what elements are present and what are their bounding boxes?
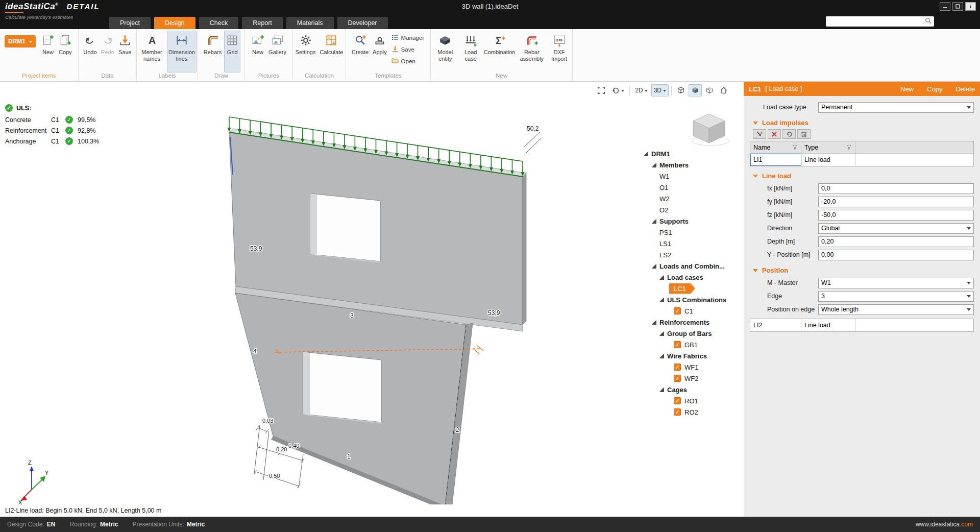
- tree-item-wf1[interactable]: WF1: [643, 361, 743, 373]
- new-picture-button[interactable]: New: [250, 31, 266, 72]
- checkbox-checked-icon[interactable]: [674, 364, 681, 371]
- edge-select[interactable]: 3: [818, 291, 974, 302]
- new-load-case-button[interactable]: New: [900, 85, 914, 93]
- checkbox-checked-icon[interactable]: [674, 341, 681, 348]
- expander-icon[interactable]: [652, 163, 656, 167]
- impulse-row-li1[interactable]: LI1 Line load: [750, 154, 973, 166]
- expander-icon[interactable]: [659, 388, 664, 392]
- website-link[interactable]: www.ideastatica.com: [916, 521, 973, 528]
- 3d-model[interactable]: 50,2 53,9 53,9 3 4 2 1 0,03 0,20 0,40 0,…: [0, 82, 744, 517]
- app-info-button[interactable]: [965, 2, 976, 11]
- search-box[interactable]: [826, 16, 934, 27]
- tree-item-ro2[interactable]: RO2: [643, 406, 743, 418]
- search-input[interactable]: [828, 18, 923, 25]
- tab-project[interactable]: Project: [109, 17, 151, 29]
- delete-load-case-button[interactable]: Delete: [955, 85, 975, 93]
- save-button[interactable]: Save: [117, 31, 133, 72]
- checkbox-checked-icon[interactable]: [674, 397, 681, 404]
- viewport-canvas[interactable]: 50,2 53,9 53,9 3 4 2 1 0,03 0,20 0,40 0,…: [0, 82, 744, 517]
- direction-select[interactable]: Global: [818, 223, 974, 234]
- tree-item-wire-fabrics[interactable]: Wire Fabrics: [643, 350, 743, 361]
- tree-item-reinforcements[interactable]: Reinforcements: [643, 317, 743, 328]
- tree-item-w1[interactable]: W1: [643, 171, 743, 182]
- tree-item-load-cases[interactable]: Load cases: [643, 272, 743, 283]
- y-position-input[interactable]: 0,00: [818, 250, 974, 260]
- section-position[interactable]: Position: [747, 264, 974, 276]
- tree-item-ls1[interactable]: LS1: [643, 238, 743, 249]
- filter-icon[interactable]: [846, 144, 852, 150]
- rebar-assembly-button[interactable]: Rebar assembly: [518, 31, 547, 72]
- section-load-impulses[interactable]: Load impulses: [747, 117, 974, 128]
- calculate-button[interactable]: Calculate: [318, 31, 345, 72]
- combination-button[interactable]: Σ Combination: [483, 31, 517, 72]
- minimize-button[interactable]: [940, 2, 950, 11]
- expander-icon[interactable]: [659, 298, 664, 302]
- tree-item-group-of-bars[interactable]: Group of Bars: [643, 328, 743, 339]
- axonometry-button[interactable]: [674, 84, 688, 96]
- expander-icon[interactable]: [652, 320, 656, 325]
- transparent-view-button[interactable]: [703, 84, 716, 96]
- expander-icon[interactable]: [659, 275, 664, 280]
- master-select[interactable]: W1: [818, 278, 974, 288]
- load-case-button[interactable]: Load case: [460, 31, 482, 72]
- template-open-button[interactable]: Open: [389, 56, 426, 66]
- grid-button[interactable]: Grid: [224, 31, 240, 72]
- view-3d-button[interactable]: 3D: [651, 84, 669, 96]
- tree-item-uls-combinations[interactable]: ULS Combinations: [643, 294, 743, 305]
- tab-design[interactable]: Design: [154, 17, 195, 29]
- tab-report[interactable]: Report: [242, 17, 283, 29]
- template-save-button[interactable]: Save: [389, 44, 426, 55]
- tree-item-ps1[interactable]: PS1: [643, 227, 743, 238]
- opening-o1[interactable]: [303, 352, 381, 424]
- expander-icon[interactable]: [659, 331, 664, 336]
- copy-load-case-button[interactable]: Copy: [927, 85, 942, 93]
- checkbox-checked-icon[interactable]: [674, 408, 681, 416]
- template-manager-button[interactable]: Manager: [389, 33, 426, 43]
- tree-item-drm1[interactable]: DRM1: [643, 148, 743, 159]
- rebars-button[interactable]: Rebars: [202, 31, 223, 72]
- tree-item-supports[interactable]: Supports: [643, 215, 743, 227]
- solid-view-button[interactable]: [689, 84, 702, 96]
- position-on-edge-select[interactable]: Whole length: [818, 304, 974, 315]
- expander-icon[interactable]: [652, 219, 656, 224]
- settings-button[interactable]: Settings: [294, 31, 317, 72]
- checkbox-checked-icon[interactable]: [674, 307, 681, 315]
- tab-developer[interactable]: Developer: [337, 17, 388, 29]
- home-view-button[interactable]: [717, 84, 730, 96]
- expander-icon[interactable]: [644, 152, 648, 156]
- tree-item-wf2[interactable]: WF2: [643, 373, 743, 384]
- fz-input[interactable]: -50,0: [818, 210, 974, 221]
- checkbox-checked-icon[interactable]: [674, 375, 681, 382]
- impulse-row-li2[interactable]: LI2 Line load: [750, 319, 973, 331]
- add-load-impulse-button[interactable]: [753, 129, 766, 139]
- create-template-button[interactable]: Create: [350, 31, 370, 72]
- dimension-lines-button[interactable]: Dimension lines: [167, 31, 197, 72]
- member-names-button[interactable]: A Member names: [138, 31, 166, 72]
- expander-icon[interactable]: [659, 354, 664, 358]
- new-project-item-button[interactable]: New: [40, 31, 56, 72]
- tree-item-lc1[interactable]: LC1: [643, 283, 743, 294]
- tree-item-ls2[interactable]: LS2: [643, 249, 743, 260]
- opening-o2[interactable]: [310, 194, 380, 263]
- section-line-load[interactable]: Line load: [747, 170, 974, 181]
- gallery-button[interactable]: Gallery: [267, 31, 288, 72]
- tree-item-members[interactable]: Members: [643, 159, 743, 171]
- load-case-type-select[interactable]: Permanent: [818, 102, 974, 113]
- filter-icon[interactable]: [792, 144, 798, 150]
- tree-item-c1[interactable]: C1: [643, 305, 743, 317]
- apply-template-button[interactable]: Apply: [371, 31, 388, 72]
- tree-item-o2[interactable]: O2: [643, 204, 743, 215]
- dxf-import-button[interactable]: DXF DXF Import: [547, 31, 571, 72]
- tab-materials[interactable]: Materials: [286, 17, 334, 29]
- tree-item-w2[interactable]: W2: [643, 193, 743, 204]
- remove-load-impulse-button[interactable]: [768, 129, 781, 139]
- search-icon[interactable]: [925, 17, 932, 26]
- project-item-selector[interactable]: DRM1: [5, 35, 36, 47]
- trash-load-impulse-button[interactable]: [797, 129, 811, 139]
- tree-item-ro1[interactable]: RO1: [643, 395, 743, 406]
- tab-check[interactable]: Check: [199, 17, 238, 29]
- model-entity-button[interactable]: Model entity: [432, 31, 459, 72]
- navigation-cube-widget[interactable]: [692, 114, 729, 146]
- tree-item-o1[interactable]: O1: [643, 182, 743, 193]
- zoom-fit-button[interactable]: [595, 84, 608, 96]
